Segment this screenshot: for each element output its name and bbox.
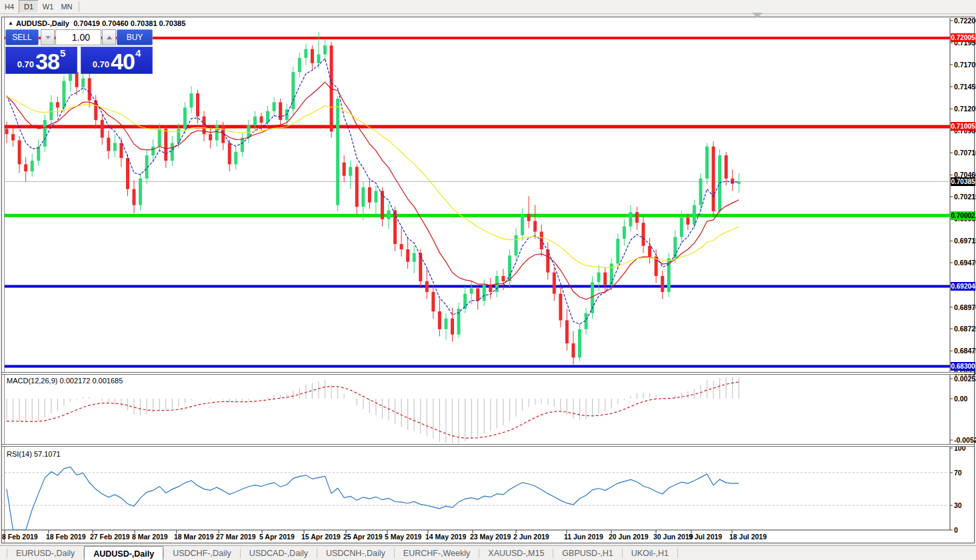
date-tick-label: 23 May 2019	[470, 533, 511, 541]
buy-price-pipette: 4	[135, 49, 141, 58]
date-tick-label: 30 Jun 2019	[653, 533, 693, 541]
date-tick-label: 27 Feb 2019	[90, 533, 130, 541]
ma-mid-line	[7, 82, 739, 299]
one-click-trade-panel: SELL 1.00 BUY 0.70385 0.70404	[5, 29, 153, 74]
date-tick-label: 5 Apr 2019	[259, 533, 295, 541]
rsi-panel-splitter[interactable]	[2, 444, 974, 447]
price-badge-0.72005: 0.72005	[951, 33, 975, 42]
sell-price-quote[interactable]: 0.70385	[5, 47, 77, 74]
up-arrow-icon	[107, 36, 112, 39]
title-symbol: AUDUSD-,Daily	[16, 19, 69, 27]
rsi-tick-label: 0	[954, 526, 958, 534]
sell-price-pipette: 5	[60, 49, 65, 58]
buy-price-big-digits: 40	[111, 51, 135, 71]
symbol-tab-usdcnh-daily[interactable]: USDCNH-,Daily	[317, 546, 394, 560]
title-up-triangle-icon: ▲	[8, 20, 13, 26]
down-arrow-icon	[45, 36, 51, 39]
symbol-tab-gbpusd-h1[interactable]: GBPUSD-,H1	[553, 546, 621, 560]
candles-layer	[5, 32, 741, 365]
macd-signal-line	[7, 382, 739, 438]
ma-slow-line	[7, 97, 739, 268]
symbol-tab-bar: EURUSD-,DailyAUDUSD-,DailyUSDCHF-,DailyU…	[0, 545, 976, 560]
trading-terminal: H4D1W1MN ▲AUDUSD-,Daily 0.70419 0.70460 …	[0, 0, 976, 560]
scroll-to-end-marker-icon[interactable]	[752, 13, 763, 18]
price-tick-label: 0.68475	[954, 347, 976, 355]
sell-button[interactable]: SELL	[5, 29, 39, 45]
symbol-tab-eurusd-daily[interactable]: EURUSD-,Daily	[7, 546, 83, 560]
price-badge-0.69204: 0.69204	[951, 282, 975, 291]
date-tick-label: 11 Jun 2019	[564, 533, 603, 541]
macd-histogram	[7, 377, 739, 445]
price-tick-label: 0.71705	[954, 61, 976, 69]
chart-canvas[interactable]	[0, 0, 976, 560]
price-badge-0.70002: 0.70002	[951, 211, 975, 220]
price-tick-label: 0.69715	[954, 237, 976, 245]
sell-price-prefix: 0.70	[17, 58, 34, 71]
symbol-tab-ukoil-h1[interactable]: UKOil-,H1	[623, 546, 677, 560]
date-tick-label: 25 Apr 2019	[343, 533, 383, 541]
macd-tick-label: 0.002524	[954, 375, 976, 383]
date-tick-label: 18 Jul 2019	[729, 533, 767, 541]
price-tick-label: 0.68970	[954, 303, 976, 311]
macd-tick-label: -0.005234	[954, 436, 976, 444]
rsi-tick-label: 70	[954, 469, 962, 477]
price-tick-label: 0.71455	[954, 83, 976, 91]
macd-label: MACD(12,26,9) 0.002172 0.001685	[7, 377, 123, 385]
buy-price-prefix: 0.70	[93, 58, 109, 71]
tab-separator	[677, 549, 678, 558]
rsi-tick-label: 30	[954, 501, 962, 509]
price-tick-label: 0.69470	[954, 259, 976, 267]
date-tick-label: 18 Feb 2019	[46, 533, 86, 541]
chart-title: ▲AUDUSD-,Daily 0.70419 0.70460 0.70381 0…	[8, 19, 185, 27]
date-tick-label: 8 Mar 2019	[132, 533, 168, 541]
rsi-label: RSI(14) 57.1071	[7, 450, 61, 458]
volume-increase-button[interactable]	[102, 29, 116, 45]
price-tick-label: 0.72200	[954, 17, 976, 25]
symbol-tab-xauusd-m15[interactable]: XAUUSD-,M15	[479, 546, 553, 560]
date-tick-label: 14 May 2019	[425, 533, 466, 541]
date-tick-label: 5 May 2019	[385, 533, 421, 541]
date-tick-label: 2 Jun 2019	[513, 533, 549, 541]
rsi-line	[7, 467, 739, 530]
date-tick-label: 15 Apr 2019	[301, 533, 341, 541]
price-badge-0.68300: 0.68300	[951, 362, 975, 371]
macd-tick-label: 0.00	[954, 395, 967, 403]
symbol-tab-usdchf-daily[interactable]: USDCHF-,Daily	[164, 546, 240, 560]
symbol-tab-usdcad-daily[interactable]: USDCAD-,Daily	[241, 546, 317, 560]
buy-price-quote[interactable]: 0.70404	[81, 47, 153, 74]
title-ohlc-values: 0.70419 0.70460 0.70381 0.70385	[73, 19, 185, 27]
price-tick-label: 0.70710	[954, 149, 976, 157]
buy-button[interactable]: BUY	[117, 29, 153, 45]
date-tick-label: 9 Jul 2019	[689, 533, 722, 541]
price-tick-label: 0.68725	[954, 325, 976, 333]
date-tick-label: 20 Jun 2019	[609, 533, 649, 541]
price-tick-label: 0.71205	[954, 105, 976, 113]
date-tick-label: 27 Mar 2019	[216, 533, 256, 541]
date-tick-label: 8 Feb 2019	[2, 533, 38, 541]
volume-decrease-button[interactable]	[41, 29, 55, 45]
volume-input[interactable]: 1.00	[55, 29, 101, 45]
price-badge-0.70385: 0.70385	[951, 177, 975, 186]
window-left-border	[4, 17, 5, 543]
symbol-tab-eurchf-weekly[interactable]: EURCHF-,Weekly	[395, 546, 479, 560]
macd-panel-splitter[interactable]	[2, 372, 974, 375]
price-tick-label: 0.70215	[954, 193, 976, 201]
date-tick-label: 18 Mar 2019	[174, 533, 214, 541]
ma-fast-line	[7, 59, 739, 324]
price-badge-0.71005: 0.71005	[951, 122, 975, 131]
sell-price-big-digits: 38	[35, 51, 59, 71]
symbol-tab-audusd-daily[interactable]: AUDUSD-,Daily	[84, 546, 163, 560]
tab-bar-lead	[0, 549, 7, 558]
